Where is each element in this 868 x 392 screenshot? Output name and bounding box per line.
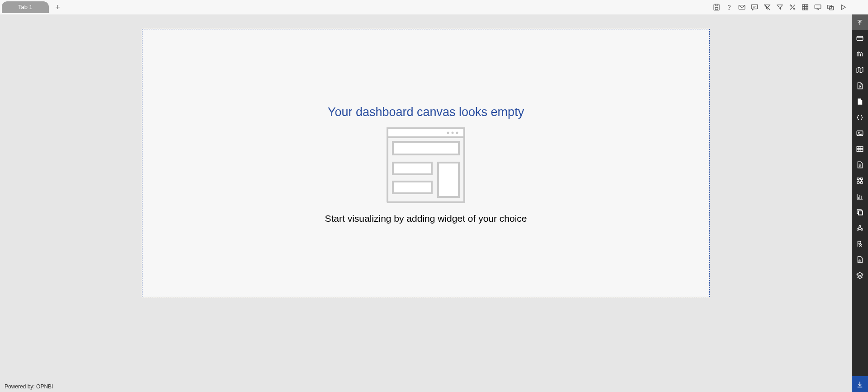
svg-rect-5 — [802, 5, 808, 10]
page-icon[interactable] — [852, 157, 868, 173]
svg-point-21 — [859, 132, 859, 133]
svg-rect-3 — [739, 5, 745, 9]
svg-rect-14 — [393, 142, 459, 154]
tab-active[interactable]: Tab 1 — [2, 1, 49, 13]
report-icon[interactable] — [852, 252, 868, 267]
table-icon[interactable] — [852, 141, 868, 157]
bar-chart-icon[interactable] — [852, 188, 868, 204]
tools-icon[interactable] — [788, 2, 797, 12]
svg-rect-17 — [438, 163, 459, 197]
svg-rect-15 — [393, 163, 432, 174]
share-icon[interactable] — [826, 2, 835, 12]
chart-icon[interactable] — [852, 46, 868, 62]
grid-icon[interactable] — [800, 2, 810, 12]
add-tab-button[interactable]: + — [52, 2, 63, 13]
copy-icon[interactable] — [852, 204, 868, 220]
main-area: Your dashboard canvas looks empty Start … — [0, 14, 852, 381]
svg-rect-4 — [751, 5, 758, 9]
comment-icon[interactable] — [750, 2, 760, 12]
svg-rect-25 — [857, 182, 859, 183]
top-toolbar — [712, 0, 848, 14]
mail-icon[interactable] — [737, 2, 747, 12]
canvas-outer: Your dashboard canvas looks empty Start … — [0, 14, 852, 381]
svg-rect-16 — [393, 182, 432, 193]
layers-icon[interactable] — [852, 267, 868, 283]
cluster-icon[interactable] — [852, 220, 868, 236]
svg-point-2 — [729, 9, 729, 9]
save-icon[interactable] — [712, 2, 722, 12]
empty-dashboard-icon — [387, 127, 465, 205]
powered-by-name: OPNBI — [36, 383, 53, 390]
svg-point-30 — [859, 225, 861, 227]
export-bottom-icon[interactable] — [852, 376, 868, 392]
svg-point-19 — [859, 86, 861, 87]
file-icon[interactable] — [852, 93, 868, 109]
svg-rect-22 — [857, 146, 863, 151]
footer: Powered by: OPNBI — [0, 381, 852, 392]
code-icon[interactable] — [852, 109, 868, 125]
svg-rect-24 — [861, 178, 863, 180]
empty-subtitle: Start visualizing by adding widget of yo… — [325, 213, 527, 224]
dashboard-canvas[interactable]: Your dashboard canvas looks empty Start … — [142, 29, 710, 297]
map-icon[interactable] — [852, 62, 868, 78]
svg-rect-18 — [857, 36, 863, 40]
right-sidebar — [852, 14, 868, 392]
filter-icon[interactable] — [775, 2, 785, 12]
help-icon[interactable] — [724, 2, 734, 12]
svg-rect-1 — [715, 8, 718, 10]
hierarchy-icon[interactable] — [852, 173, 868, 188]
svg-rect-26 — [861, 182, 863, 183]
svg-rect-28 — [859, 211, 863, 215]
filter-disabled-icon[interactable] — [762, 2, 772, 12]
powered-by-label: Powered by: — [5, 383, 35, 390]
play-icon[interactable] — [838, 2, 848, 12]
svg-point-13 — [456, 132, 458, 134]
card-icon[interactable] — [852, 30, 868, 46]
svg-point-11 — [447, 132, 449, 134]
empty-title: Your dashboard canvas looks empty — [328, 105, 524, 119]
document-icon[interactable] — [852, 78, 868, 93]
presentation-icon[interactable] — [813, 2, 823, 12]
collapse-top-icon[interactable] — [852, 14, 868, 30]
svg-point-12 — [452, 132, 454, 134]
svg-rect-23 — [857, 178, 859, 180]
image-icon[interactable] — [852, 125, 868, 141]
tab-bar: Tab 1 + — [0, 0, 868, 14]
svg-rect-6 — [815, 5, 821, 9]
prescription-icon[interactable] — [852, 236, 868, 252]
